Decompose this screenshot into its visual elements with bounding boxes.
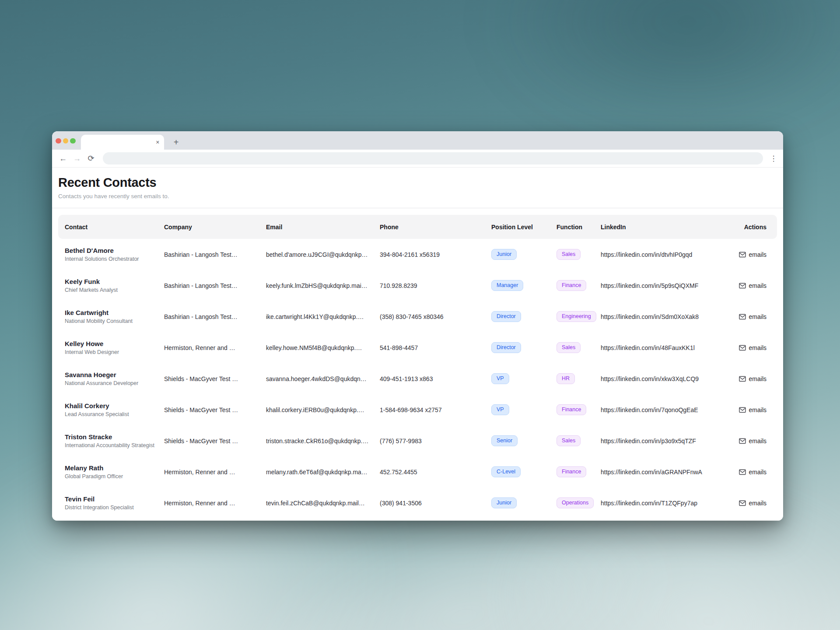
emails-label: emails [749,438,766,444]
function-cell: Sales [556,435,601,446]
browser-tab[interactable]: × [81,135,164,150]
email-cell: keely.funk.lmZbHS@qukdqnkp.mai… [266,282,380,289]
window-close-button[interactable] [56,138,61,144]
contact-cell: Bethel D'AmoreInternal Solutions Orchest… [65,247,164,262]
column-header-email: Email [266,224,380,231]
actions-cell: emails [730,375,766,382]
actions-cell: emails [730,406,766,413]
emails-button[interactable]: emails [739,500,766,507]
emails-button[interactable]: emails [739,344,766,351]
position-level-badge: VP [491,404,509,415]
phone-cell: 541-898-4457 [380,344,491,351]
back-button[interactable]: ← [57,153,69,164]
contact-name: Melany Rath [65,464,164,472]
address-bar[interactable] [103,152,763,164]
table-row: Kelley HoweInternal Web DesignerHermisto… [58,332,777,363]
emails-button[interactable]: emails [739,282,766,289]
column-header-actions: Actions [730,224,766,231]
envelope-icon [739,407,746,413]
contact-name: Triston Stracke [65,433,164,441]
contact-name: Savanna Hoeger [65,371,164,379]
desktop-wallpaper: × + ← → ⟳ ⋮ Recent Contacts Contacts you… [0,0,840,630]
actions-cell: emails [730,469,766,476]
contact-cell: Ike CartwrightNational Mobility Consulta… [65,309,164,325]
emails-button[interactable]: emails [739,438,766,444]
envelope-icon [739,469,746,475]
contact-name: Khalil Corkery [65,402,164,410]
company-cell: Hermiston, Renner and … [164,344,266,351]
position-level-cell: Director [491,342,556,353]
actions-cell: emails [730,313,766,320]
browser-window: × + ← → ⟳ ⋮ Recent Contacts Contacts you… [52,131,783,521]
contact-cell: Triston StrackeInternational Accountabil… [65,433,164,449]
email-cell: kelley.howe.NM5f4B@qukdqnkp.… [266,344,380,351]
table-row: Triston StrackeInternational Accountabil… [58,425,777,456]
window-minimize-button[interactable] [63,138,69,144]
phone-cell: (776) 577-9983 [380,438,491,444]
linkedin-cell: https://linkedin.com/in/5p9sQiQXMF [601,282,730,289]
position-level-badge: Director [491,311,521,322]
position-level-cell: VP [491,404,556,415]
position-level-badge: VP [491,373,509,384]
email-cell: melany.rath.6eT6af@qukdqnkp.ma… [266,469,380,476]
emails-button[interactable]: emails [739,251,766,258]
emails-label: emails [749,251,766,258]
emails-button[interactable]: emails [739,313,766,320]
table-body: Bethel D'AmoreInternal Solutions Orchest… [58,239,777,518]
emails-label: emails [749,375,766,382]
function-badge: Sales [556,249,581,260]
emails-button[interactable]: emails [739,375,766,382]
actions-cell: emails [730,500,766,507]
window-maximize-button[interactable] [70,138,76,144]
contact-cell: Kelley HoweInternal Web Designer [65,340,164,356]
position-level-cell: Junior [491,497,556,508]
contacts-table: ContactCompanyEmailPhonePosition LevelFu… [58,215,777,518]
email-cell: tevin.feil.zChCaB@qukdqnkp.mail… [266,500,380,507]
emails-label: emails [749,344,766,351]
email-cell: khalil.corkery.iERB0u@qukdqnkp.… [266,406,380,413]
linkedin-cell: https://linkedin.com/in/xkw3XqLCQ9 [601,375,730,382]
contact-cell: Keely FunkChief Markets Analyst [65,278,164,294]
function-badge: Finance [556,280,586,291]
position-level-badge: Manager [491,280,523,291]
column-header-position-level: Position Level [491,224,556,231]
phone-cell: 710.928.8239 [380,282,491,289]
envelope-icon [739,345,746,351]
email-cell: ike.cartwright.l4Kk1Y@qukdqnkp.… [266,313,380,320]
function-badge: Sales [556,342,581,353]
position-level-badge: Junior [491,497,517,508]
position-level-cell: C-Level [491,466,556,477]
company-cell: Shields - MacGyver Test … [164,406,266,413]
linkedin-cell: https://linkedin.com/in/48FauxKK1l [601,344,730,351]
column-header-phone: Phone [380,224,491,231]
contact-title: Internal Web Designer [65,349,164,356]
linkedin-cell: https://linkedin.com/in/Sdm0XoXak8 [601,313,730,320]
contact-name: Kelley Howe [65,340,164,348]
envelope-icon [739,376,746,382]
forward-button[interactable]: → [71,153,83,164]
phone-cell: (358) 830-7465 x80346 [380,313,491,320]
contact-title: Global Paradigm Officer [65,473,164,480]
envelope-icon [739,252,746,258]
emails-button[interactable]: emails [739,406,766,413]
contact-name: Keely Funk [65,278,164,286]
browser-menu-button[interactable]: ⋮ [769,153,778,164]
phone-cell: 409-451-1913 x863 [380,375,491,382]
contact-title: International Accountability Strategist [65,442,164,449]
column-header-linkedin: LinkedIn [601,224,730,231]
function-badge: Finance [556,466,586,477]
company-cell: Bashirian - Langosh Test… [164,251,266,258]
tab-close-icon[interactable]: × [156,139,159,145]
contact-title: National Assurance Developer [65,380,164,387]
phone-cell: (308) 941-3506 [380,500,491,507]
phone-cell: 1-584-698-9634 x2757 [380,406,491,413]
emails-button[interactable]: emails [739,469,766,476]
email-cell: bethel.d'amore.uJ9CGI@qukdqnkp… [266,251,380,258]
table-row: Ike CartwrightNational Mobility Consulta… [58,301,777,332]
linkedin-cell: https://linkedin.com/in/aGRANPFnwA [601,469,730,476]
envelope-icon [739,500,746,506]
new-tab-button[interactable]: + [171,138,182,147]
browser-tab-bar: × + [52,131,783,150]
reload-button[interactable]: ⟳ [85,153,97,164]
actions-cell: emails [730,344,766,351]
